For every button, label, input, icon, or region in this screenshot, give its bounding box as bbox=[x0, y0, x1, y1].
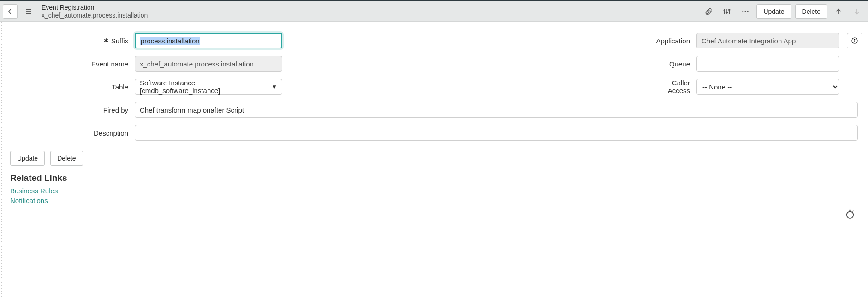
previous-record-button[interactable] bbox=[831, 4, 846, 19]
table-select-value: Software Instance [cmdb_software_instanc… bbox=[140, 79, 268, 95]
personalize-form-button[interactable] bbox=[719, 4, 734, 19]
application-value: Chef Automate Integration App bbox=[702, 37, 796, 45]
header-left: Event Registration x_chef_automate.proce… bbox=[3, 4, 148, 18]
chevron-down-icon: ▼ bbox=[272, 83, 277, 90]
fired-by-input[interactable] bbox=[135, 102, 858, 118]
paperclip-icon bbox=[704, 7, 713, 16]
more-horizontal-icon bbox=[741, 7, 749, 16]
link-notifications[interactable]: Notifications bbox=[10, 197, 858, 204]
form-header: Event Registration x_chef_automate.proce… bbox=[0, 1, 868, 22]
svg-point-6 bbox=[726, 12, 728, 13]
svg-line-20 bbox=[853, 211, 854, 212]
sliders-icon bbox=[723, 7, 731, 16]
svg-point-11 bbox=[747, 11, 749, 12]
svg-point-16 bbox=[854, 39, 855, 40]
info-icon bbox=[851, 37, 858, 44]
more-options-button[interactable] bbox=[738, 4, 753, 19]
next-record-button[interactable] bbox=[850, 4, 864, 19]
arrow-down-icon bbox=[853, 7, 861, 16]
context-menu-button[interactable] bbox=[21, 4, 36, 19]
label-queue: Queue bbox=[650, 60, 696, 68]
update-button-bottom[interactable]: Update bbox=[10, 151, 45, 166]
suffix-input[interactable]: process.installation bbox=[140, 37, 200, 45]
page-title: Event Registration bbox=[42, 4, 148, 11]
label-suffix-text: Suffix bbox=[111, 37, 128, 45]
bottom-actions: Update Delete bbox=[10, 151, 858, 166]
header-right: Update Delete bbox=[701, 4, 864, 19]
related-links-heading: Related Links bbox=[10, 173, 858, 183]
label-suffix: ✱ Suffix bbox=[10, 37, 135, 45]
description-input[interactable] bbox=[135, 125, 858, 141]
link-business-rules[interactable]: Business Rules bbox=[10, 187, 858, 195]
arrow-up-icon bbox=[834, 7, 843, 16]
record-display-value: x_chef_automate.process.installation bbox=[42, 12, 148, 19]
queue-input-el[interactable] bbox=[702, 56, 834, 71]
event-name-value: x_chef_automate.process.installation bbox=[140, 60, 254, 68]
mandatory-icon: ✱ bbox=[104, 38, 108, 43]
fired-by-input-el[interactable] bbox=[140, 102, 853, 117]
hamburger-icon bbox=[24, 7, 33, 16]
label-table: Table bbox=[10, 83, 135, 91]
form-content: ✱ Suffix process.installation Applicatio… bbox=[0, 22, 868, 204]
label-fired-by: Fired by bbox=[10, 106, 135, 114]
attachments-button[interactable] bbox=[701, 4, 716, 19]
label-description: Description bbox=[10, 129, 135, 137]
delete-button-bottom[interactable]: Delete bbox=[50, 151, 83, 166]
application-field: Chef Automate Integration App bbox=[696, 33, 839, 48]
svg-point-10 bbox=[745, 11, 746, 12]
event-name-field: x_chef_automate.process.installation bbox=[135, 56, 282, 72]
svg-point-8 bbox=[729, 9, 730, 10]
suffix-input-wrapper[interactable]: process.installation bbox=[135, 33, 282, 48]
response-time-button[interactable] bbox=[845, 209, 855, 221]
stopwatch-icon bbox=[845, 209, 855, 219]
back-button[interactable] bbox=[3, 4, 18, 19]
label-event-name: Event name bbox=[10, 60, 135, 68]
queue-input[interactable] bbox=[696, 56, 839, 72]
update-button-header[interactable]: Update bbox=[756, 4, 791, 19]
svg-point-9 bbox=[743, 11, 744, 12]
chevron-left-icon bbox=[6, 7, 14, 16]
label-caller-access: Caller Access bbox=[650, 79, 696, 95]
table-select[interactable]: Software Instance [cmdb_software_instanc… bbox=[135, 79, 282, 95]
svg-point-4 bbox=[724, 10, 725, 11]
application-info-button[interactable] bbox=[847, 33, 862, 48]
related-links: Business Rules Notifications bbox=[10, 187, 858, 204]
delete-button-header[interactable]: Delete bbox=[795, 4, 827, 19]
caller-access-select[interactable]: -- None -- bbox=[696, 79, 839, 95]
label-application: Application bbox=[650, 37, 696, 45]
description-input-el[interactable] bbox=[140, 125, 853, 140]
